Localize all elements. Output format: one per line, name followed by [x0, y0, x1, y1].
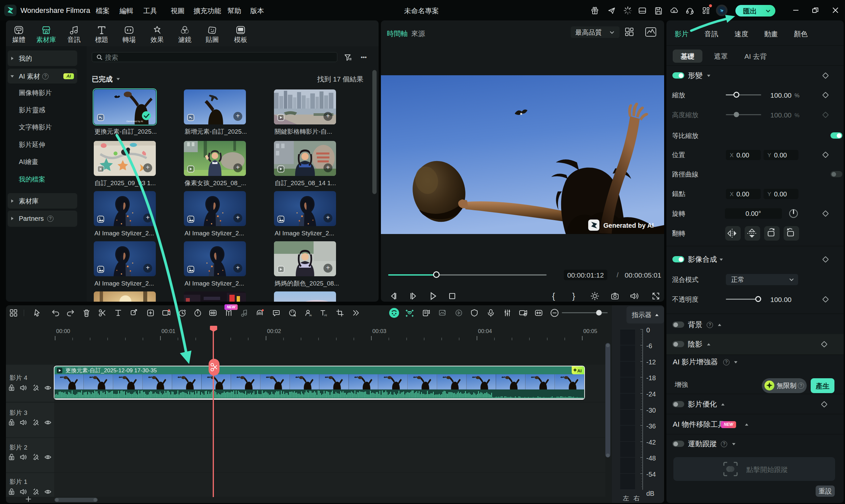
- svg-text:AI: AI: [293, 314, 296, 317]
- svg-text:AI: AI: [309, 314, 312, 317]
- svg-text:AI: AI: [324, 313, 327, 317]
- svg-text:AI: AI: [577, 368, 581, 373]
- svg-text:Generated by AI: Generated by AI: [604, 222, 654, 229]
